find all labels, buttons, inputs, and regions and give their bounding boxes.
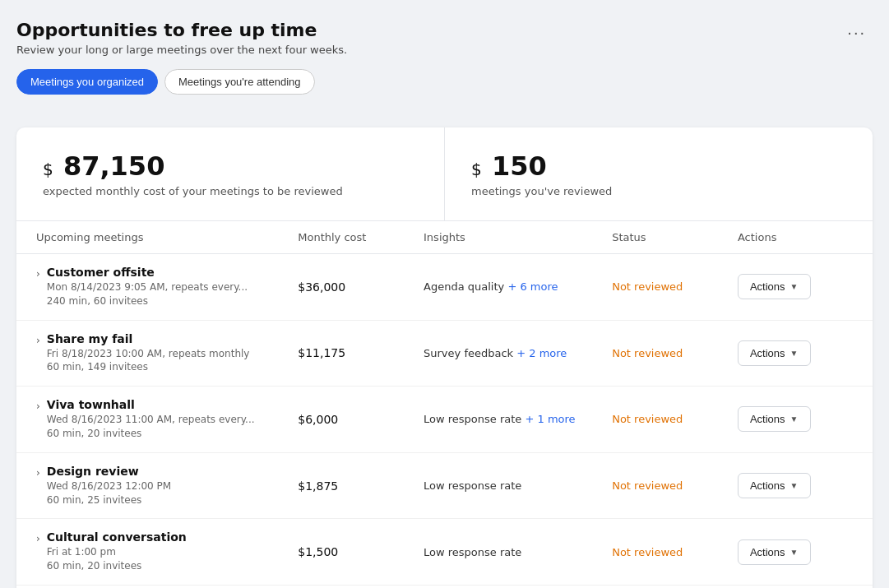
actions-button[interactable]: Actions ▼ (738, 539, 811, 565)
insights-more[interactable]: + 1 more (525, 413, 575, 425)
tab-organized[interactable]: Meetings you organized (16, 69, 158, 95)
page-subtitle: Review your long or large meetings over … (16, 44, 347, 56)
table-row: › Customer offsite Mon 8/14/2023 9:05 AM… (16, 254, 873, 321)
chevron-right-icon[interactable]: › (36, 467, 40, 479)
col-meetings: Upcoming meetings (36, 231, 298, 243)
stat-reviewed-number: 150 (492, 150, 547, 182)
col-actions: Actions (738, 231, 853, 243)
chevron-right-icon[interactable]: › (36, 533, 40, 544)
actions-cell: Actions ▼ (738, 473, 853, 498)
actions-label: Actions (750, 280, 785, 293)
meeting-name-cell: › Cultural conversation Fri at 1:00 pm60… (36, 530, 298, 573)
tab-attending[interactable]: Meetings you're attending (164, 69, 314, 95)
actions-cell: Actions ▼ (738, 340, 853, 366)
stat-cost-number: 87,150 (63, 150, 164, 182)
table-row: › Cultural conversation Fri at 1:00 pm60… (16, 519, 873, 585)
col-status: Status (612, 231, 738, 243)
meeting-info: Customer offsite Mon 8/14/2023 9:05 AM, … (47, 266, 248, 308)
more-options-button[interactable]: ··· (840, 20, 873, 45)
col-cost: Monthly cost (298, 231, 424, 243)
chevron-down-icon: ▼ (790, 481, 799, 490)
meeting-meta: Fri 8/18/2023 10:00 AM, repeats monthly6… (47, 347, 250, 375)
stats-row: $ 87,150 expected monthly cost of your m… (16, 127, 873, 221)
stat-cost-dollar: $ (43, 160, 53, 179)
meeting-info: Design review Wed 8/16/2023 12:00 PM60 m… (47, 465, 171, 507)
meeting-meta: Wed 8/16/2023 11:00 AM, repeats every...… (47, 413, 255, 441)
meeting-info: Viva townhall Wed 8/16/2023 11:00 AM, re… (47, 398, 255, 441)
monthly-cost: $1,500 (298, 545, 424, 558)
actions-label: Actions (750, 546, 785, 558)
stat-reviewed-amount: $ 150 (471, 150, 846, 182)
insights-cell: Low response rate (424, 546, 612, 558)
monthly-cost: $11,175 (298, 346, 424, 359)
chevron-right-icon[interactable]: › (36, 335, 40, 346)
table-row: › Design review Wed 8/16/2023 12:00 PM60… (16, 453, 873, 520)
stat-cost-amount: $ 87,150 (43, 150, 418, 182)
table-header: Upcoming meetings Monthly cost Insights … (16, 221, 873, 254)
meeting-meta: Mon 8/14/2023 9:05 AM, repeats every...2… (47, 280, 248, 308)
stat-reviewed-label: meetings you've reviewed (471, 185, 846, 197)
actions-button[interactable]: Actions ▼ (738, 340, 811, 366)
status-badge: Not reviewed (612, 479, 738, 492)
insights-cell: Low response rate + 1 more (424, 413, 612, 425)
meeting-name-cell: › Viva townhall Wed 8/16/2023 11:00 AM, … (36, 398, 298, 441)
page-title: Opportunities to free up time (16, 20, 347, 40)
insights-cell: Low response rate (424, 479, 612, 492)
meeting-meta: Wed 8/16/2023 12:00 PM60 min, 25 invitee… (47, 479, 171, 507)
actions-label: Actions (750, 347, 785, 359)
status-badge: Not reviewed (612, 347, 738, 359)
col-insights: Insights (424, 231, 612, 243)
insights-cell: Survey feedback + 2 more (424, 347, 612, 359)
actions-button[interactable]: Actions ▼ (738, 406, 811, 432)
meeting-name: Cultural conversation (47, 530, 187, 544)
status-badge: Not reviewed (612, 546, 738, 558)
stat-cost: $ 87,150 expected monthly cost of your m… (16, 127, 445, 220)
meeting-info: Share my fail Fri 8/18/2023 10:00 AM, re… (47, 332, 250, 375)
meeting-info: Cultural conversation Fri at 1:00 pm60 m… (47, 530, 187, 573)
insights-more[interactable]: + 2 more (516, 347, 567, 359)
actions-button[interactable]: Actions ▼ (738, 473, 811, 498)
meeting-name-cell: › Customer offsite Mon 8/14/2023 9:05 AM… (36, 266, 298, 308)
meeting-name-cell: › Share my fail Fri 8/18/2023 10:00 AM, … (36, 332, 298, 375)
tab-row: Meetings you organized Meetings you're a… (16, 69, 347, 95)
footer-row: Show more Change settings (16, 585, 873, 588)
actions-button[interactable]: Actions ▼ (738, 274, 811, 299)
status-badge: Not reviewed (612, 413, 738, 425)
insights-cell: Agenda quality + 6 more (424, 280, 612, 293)
chevron-down-icon: ▼ (790, 548, 799, 557)
chevron-right-icon[interactable]: › (36, 268, 40, 280)
meeting-name: Design review (47, 465, 171, 478)
stat-reviewed: $ 150 meetings you've reviewed (445, 127, 873, 220)
table-row: › Viva townhall Wed 8/16/2023 11:00 AM, … (16, 387, 873, 453)
table-row: › Share my fail Fri 8/18/2023 10:00 AM, … (16, 321, 873, 387)
monthly-cost: $1,875 (298, 479, 424, 493)
actions-cell: Actions ▼ (738, 274, 853, 299)
insights-more[interactable]: + 6 more (507, 280, 558, 293)
stat-cost-label: expected monthly cost of your meetings t… (43, 185, 418, 197)
chevron-down-icon: ▼ (790, 414, 799, 424)
main-card: $ 87,150 expected monthly cost of your m… (16, 127, 873, 588)
status-badge: Not reviewed (612, 280, 738, 293)
meeting-name: Customer offsite (47, 266, 248, 279)
chevron-down-icon: ▼ (790, 349, 799, 358)
table-body: › Customer offsite Mon 8/14/2023 9:05 AM… (16, 254, 873, 585)
meeting-name-cell: › Design review Wed 8/16/2023 12:00 PM60… (36, 465, 298, 507)
monthly-cost: $36,000 (298, 280, 424, 294)
meeting-meta: Fri at 1:00 pm60 min, 20 invitees (47, 545, 187, 573)
monthly-cost: $6,000 (298, 413, 424, 426)
actions-label: Actions (750, 413, 785, 425)
meeting-name: Share my fail (47, 332, 250, 345)
stat-reviewed-dollar: $ (471, 160, 482, 179)
meeting-name: Viva townhall (47, 398, 255, 411)
chevron-down-icon: ▼ (790, 282, 799, 291)
chevron-right-icon[interactable]: › (36, 400, 40, 412)
actions-cell: Actions ▼ (738, 539, 853, 565)
actions-label: Actions (750, 479, 785, 492)
actions-cell: Actions ▼ (738, 406, 853, 432)
